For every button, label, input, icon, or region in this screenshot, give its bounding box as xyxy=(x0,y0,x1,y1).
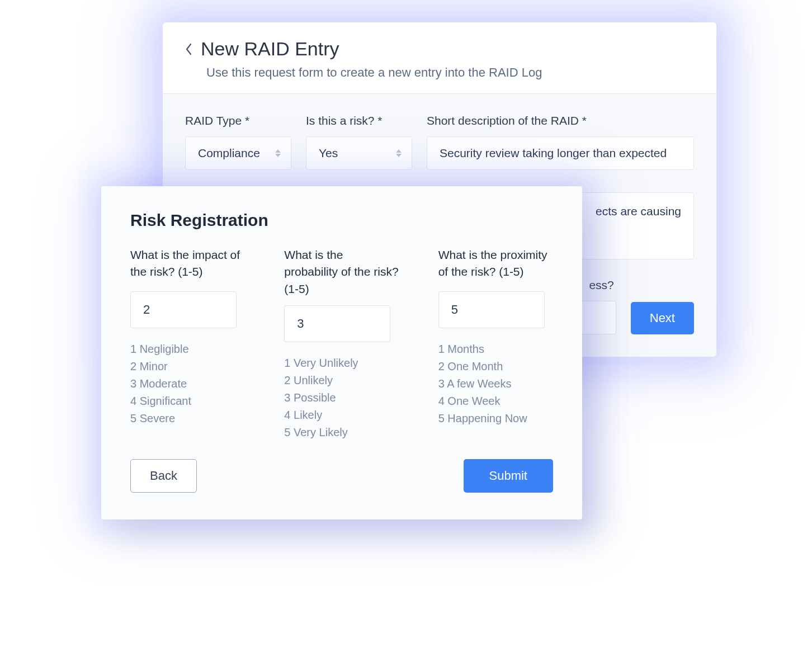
impact-column: What is the impact of the risk? (1-5) 2 … xyxy=(130,247,245,441)
next-button[interactable]: Next xyxy=(631,302,694,334)
submit-button[interactable]: Submit xyxy=(464,459,553,493)
raid-type-value: Compliance xyxy=(198,147,260,160)
page-title: New RAID Entry xyxy=(201,38,339,60)
impact-value: 2 xyxy=(143,303,150,317)
probability-value: 3 xyxy=(297,316,304,331)
probability-question: What is the probability of the risk? (1-… xyxy=(284,247,399,297)
proximity-question: What is the proximity of the risk? (1-5) xyxy=(438,247,553,284)
proximity-input[interactable]: 5 xyxy=(438,291,545,328)
risk-reg-title: Risk Registration xyxy=(130,211,553,230)
raid-type-select[interactable]: Compliance xyxy=(185,136,291,170)
select-arrows-icon xyxy=(396,149,402,157)
proximity-value: 5 xyxy=(451,303,458,317)
probability-input[interactable]: 3 xyxy=(284,305,390,342)
detail-value: ects are causing xyxy=(596,203,681,249)
short-desc-value: Security review taking longer than expec… xyxy=(440,147,667,160)
impact-question: What is the impact of the risk? (1-5) xyxy=(130,247,245,284)
short-desc-input[interactable]: Security review taking longer than expec… xyxy=(427,136,694,170)
is-risk-value: Yes xyxy=(319,147,338,160)
risk-registration-panel: Risk Registration What is the impact of … xyxy=(101,186,582,519)
panel-header: New RAID Entry Use this request form to … xyxy=(163,22,716,94)
impact-scale: 1 Negligible 2 Minor 3 Moderate 4 Signif… xyxy=(130,341,245,427)
proximity-scale: 1 Months 2 One Month 3 A few Weeks 4 One… xyxy=(438,341,553,427)
probability-column: What is the probability of the risk? (1-… xyxy=(284,247,399,441)
proximity-column: What is the proximity of the risk? (1-5)… xyxy=(438,247,553,441)
impact-input[interactable]: 2 xyxy=(130,291,237,328)
is-risk-select[interactable]: Yes xyxy=(306,136,412,170)
back-button[interactable]: Back xyxy=(130,459,197,493)
select-arrows-icon xyxy=(275,149,281,157)
probability-scale: 1 Very Unlikely 2 Unlikely 3 Possible 4 … xyxy=(284,355,399,441)
short-desc-label: Short description of the RAID * xyxy=(427,114,694,127)
back-icon[interactable] xyxy=(185,42,193,56)
page-subtitle: Use this request form to create a new en… xyxy=(185,65,694,80)
raid-type-label: RAID Type * xyxy=(185,114,291,127)
is-risk-label: Is this a risk? * xyxy=(306,114,412,127)
